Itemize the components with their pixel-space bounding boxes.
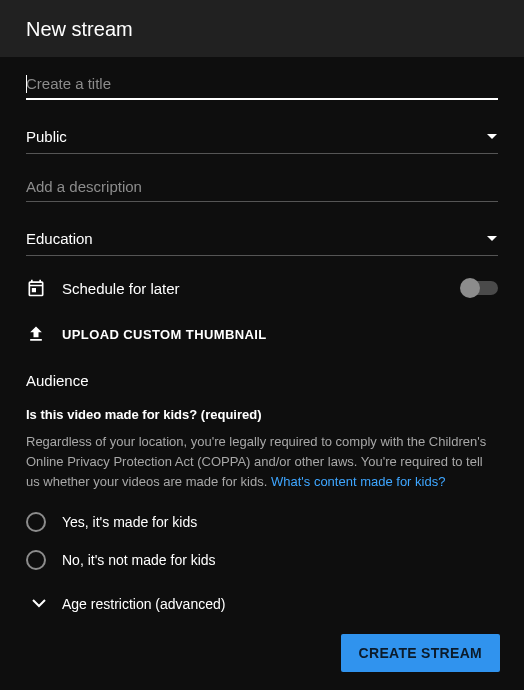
create-stream-button[interactable]: CREATE STREAM <box>341 634 500 672</box>
radio-made-for-kids-yes[interactable]: Yes, it's made for kids <box>26 512 498 532</box>
upload-thumbnail-button[interactable]: UPLOAD CUSTOM THUMBNAIL <box>26 324 498 344</box>
schedule-row: Schedule for later <box>26 278 498 298</box>
schedule-label: Schedule for later <box>62 280 180 297</box>
radio-icon <box>26 550 46 570</box>
age-restriction-label: Age restriction (advanced) <box>62 596 225 612</box>
audience-question: Is this video made for kids? (required) <box>26 407 498 422</box>
chevron-down-icon <box>486 133 498 141</box>
audience-legal-text: Regardless of your location, you're lega… <box>26 432 498 492</box>
schedule-toggle[interactable] <box>462 281 498 295</box>
radio-label-no: No, it's not made for kids <box>62 552 216 568</box>
chevron-down-icon <box>486 235 498 243</box>
radio-label-yes: Yes, it's made for kids <box>62 514 197 530</box>
radio-made-for-kids-no[interactable]: No, it's not made for kids <box>26 550 498 570</box>
age-restriction-expander[interactable]: Age restriction (advanced) <box>26 596 498 612</box>
schedule-left: Schedule for later <box>26 278 180 298</box>
visibility-select[interactable]: Public <box>26 122 498 154</box>
upload-icon <box>26 324 46 344</box>
panel-body: Public Add a description Education <box>0 57 524 620</box>
audience-heading: Audience <box>26 372 498 389</box>
panel-title: New stream <box>26 18 498 41</box>
chevron-down-icon <box>32 599 46 609</box>
title-field[interactable] <box>26 69 498 100</box>
new-stream-panel: New stream Public Add a description Educ… <box>0 0 524 690</box>
calendar-icon <box>26 278 46 298</box>
category-select[interactable]: Education <box>26 224 498 256</box>
description-placeholder: Add a description <box>26 178 498 195</box>
coppa-info-link[interactable]: What's content made for kids? <box>271 474 445 489</box>
category-value: Education <box>26 230 93 247</box>
panel-footer: CREATE STREAM <box>0 620 524 690</box>
toggle-knob <box>460 278 480 298</box>
text-caret <box>26 75 27 93</box>
panel-header: New stream <box>0 0 524 57</box>
visibility-value: Public <box>26 128 67 145</box>
radio-icon <box>26 512 46 532</box>
upload-thumbnail-label: UPLOAD CUSTOM THUMBNAIL <box>62 327 267 342</box>
title-input[interactable] <box>26 69 498 98</box>
description-field[interactable]: Add a description <box>26 176 498 202</box>
